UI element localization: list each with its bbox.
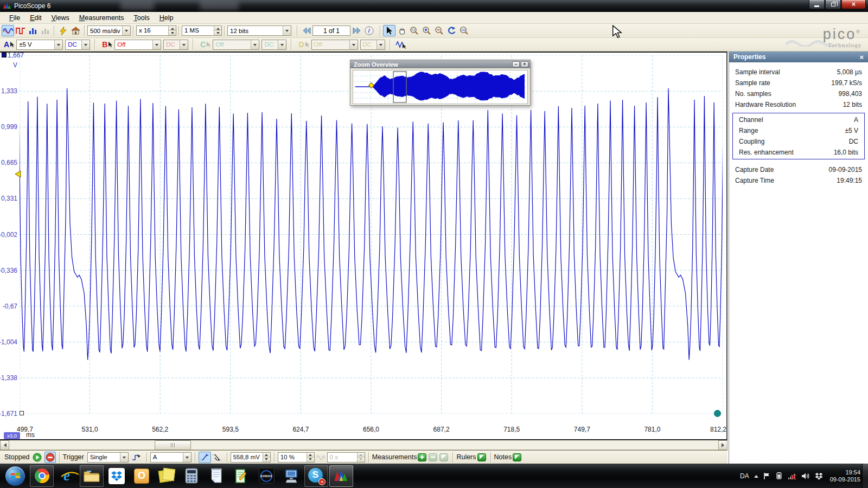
stepper-up-icon[interactable] <box>263 453 270 458</box>
close-icon[interactable]: × <box>841 0 866 9</box>
restore-icon[interactable] <box>825 0 841 9</box>
stepper-down-icon[interactable] <box>358 458 365 462</box>
edit-measurement-icon[interactable] <box>439 453 448 461</box>
zoom-undo-icon[interactable] <box>445 25 458 36</box>
pointer-tool-icon[interactable] <box>383 25 395 36</box>
samples-stepper[interactable]: 1 MS <box>182 25 222 36</box>
start-button[interactable] <box>5 466 25 486</box>
channel-d-range-select[interactable]: Off <box>311 40 358 50</box>
trigger-source-select[interactable]: A <box>150 452 192 463</box>
menu-tools[interactable]: Tools <box>129 13 155 23</box>
stop-capture-icon[interactable] <box>44 452 56 463</box>
tray-clock[interactable]: 19:54 09-09-2015 <box>830 469 860 483</box>
spectrum-view-icon[interactable] <box>27 25 39 36</box>
channel-b-label[interactable]: B <box>102 40 107 49</box>
close-icon[interactable]: × <box>521 61 528 67</box>
trigger-mode-select[interactable]: Single <box>87 452 129 463</box>
channel-d-label[interactable]: D <box>298 40 304 49</box>
taskbar-chrome[interactable] <box>30 465 54 487</box>
stepper-down-icon[interactable] <box>214 31 221 35</box>
xy-view-icon[interactable] <box>39 25 52 36</box>
timebase-select[interactable]: 500 ms/div <box>87 25 131 36</box>
hidden-icons-chevron[interactable] <box>754 473 758 478</box>
rising-edge-icon[interactable] <box>199 452 211 463</box>
trigger-level-marker[interactable] <box>15 170 21 180</box>
menu-help[interactable]: Help <box>155 13 178 23</box>
hand-tool-icon[interactable] <box>395 25 408 36</box>
scope-view[interactable]: 1,6671,3330,9990,6650,331-0,002-0,336-0,… <box>0 52 727 440</box>
notes-toggle-icon[interactable] <box>513 453 521 461</box>
zoom-out-icon[interactable] <box>433 25 445 36</box>
channel-c-range-select[interactable]: Off <box>213 40 259 50</box>
taskbar-internet-explorer[interactable]: e <box>55 465 79 487</box>
menu-measurements[interactable]: Measurements <box>74 13 129 23</box>
taskbar-skype[interactable]: S× <box>304 465 328 487</box>
channel-b-range-select[interactable]: Off <box>114 40 161 50</box>
channel-c-coupling-select[interactable]: DC <box>261 40 286 50</box>
stepper-up-icon[interactable] <box>307 453 314 458</box>
start-capture-icon[interactable] <box>31 452 43 463</box>
waveform-square-icon[interactable] <box>14 25 27 36</box>
show-desktop-button[interactable] <box>862 464 868 488</box>
taskbar-remote-desktop[interactable] <box>279 465 303 487</box>
connect-device-icon[interactable] <box>57 25 69 36</box>
taskbar-picoscope[interactable] <box>329 465 353 487</box>
stepper-up-icon[interactable] <box>358 453 365 458</box>
prev-buffer-icon[interactable] <box>300 25 312 36</box>
action-center-flag-icon[interactable] <box>763 472 770 480</box>
y-axis-top-handle[interactable] <box>2 53 7 57</box>
language-indicator[interactable]: DA <box>740 472 749 480</box>
rulers-toggle-icon[interactable] <box>477 453 486 461</box>
falling-edge-icon[interactable] <box>211 452 224 463</box>
horizontal-scrollbar[interactable] <box>0 440 727 450</box>
taskbar-dropbox[interactable] <box>105 465 129 487</box>
scope-view-icon[interactable] <box>2 25 14 36</box>
volume-icon[interactable] <box>801 472 810 480</box>
taskbar-outlook[interactable]: O <box>130 465 154 487</box>
zoom-overview-titlebar[interactable]: Zoom Overview – × <box>350 60 530 68</box>
menu-views[interactable]: Views <box>47 13 74 23</box>
zoom-100-icon[interactable]: 100 <box>458 25 470 36</box>
zoom-overview-content[interactable] <box>353 70 528 104</box>
stepper-up-icon[interactable] <box>169 26 176 31</box>
taskbar-sticky-notes[interactable] <box>155 465 178 487</box>
scroll-left-icon[interactable] <box>0 440 9 450</box>
marquee-zoom-icon[interactable] <box>408 25 420 36</box>
taskbar-windows-explorer[interactable] <box>80 465 104 487</box>
stepper-down-icon[interactable] <box>169 31 176 35</box>
scroll-right-icon[interactable] <box>718 440 727 450</box>
post-trigger-icon[interactable] <box>315 452 327 463</box>
stepper-down-icon[interactable] <box>263 458 270 462</box>
home-icon[interactable] <box>69 25 82 36</box>
channel-a-coupling-select[interactable]: DC <box>65 40 90 50</box>
taskbar-calculator[interactable] <box>180 465 203 487</box>
taskbar-sonos[interactable]: SONOS <box>254 465 278 487</box>
taskbar-notepad[interactable] <box>205 465 228 487</box>
menu-edit[interactable]: Edit <box>25 13 47 23</box>
channel-a-range-select[interactable]: ±5 V <box>16 40 63 50</box>
channel-c-label[interactable]: C <box>200 40 206 49</box>
pre-trigger-stepper[interactable]: 10 % <box>278 452 315 463</box>
channel-b-coupling-select[interactable]: DC <box>163 40 188 50</box>
dropbox-tray-icon[interactable] <box>815 472 823 480</box>
stepper-down-icon[interactable] <box>307 458 314 462</box>
ruler-handle[interactable] <box>714 410 721 417</box>
waveform-plot[interactable] <box>20 55 723 414</box>
add-measurement-icon[interactable] <box>418 453 426 461</box>
taskbar-notepad-plus-plus[interactable] <box>229 465 253 487</box>
close-icon[interactable]: × <box>859 53 864 61</box>
battery-icon[interactable] <box>775 472 783 479</box>
zoom-in-icon[interactable] <box>420 25 433 36</box>
resolution-select[interactable]: 12 bits <box>227 25 291 36</box>
awg-icon[interactable] <box>395 39 407 50</box>
buffer-navigator-icon[interactable] <box>363 25 375 36</box>
menu-file[interactable]: File <box>4 13 25 23</box>
channel-d-coupling-select[interactable]: DC <box>360 40 385 50</box>
next-buffer-icon[interactable] <box>350 25 363 36</box>
minimize-icon[interactable] <box>809 0 825 9</box>
network-error-icon[interactable] <box>788 472 796 480</box>
stepper-up-icon[interactable] <box>214 26 221 31</box>
buffer-page-indicator[interactable]: 1 of 1 <box>312 25 350 36</box>
trigger-level-stepper[interactable]: 558,8 mV <box>231 452 271 463</box>
zoom-factor-stepper[interactable]: x 16 <box>136 25 176 36</box>
